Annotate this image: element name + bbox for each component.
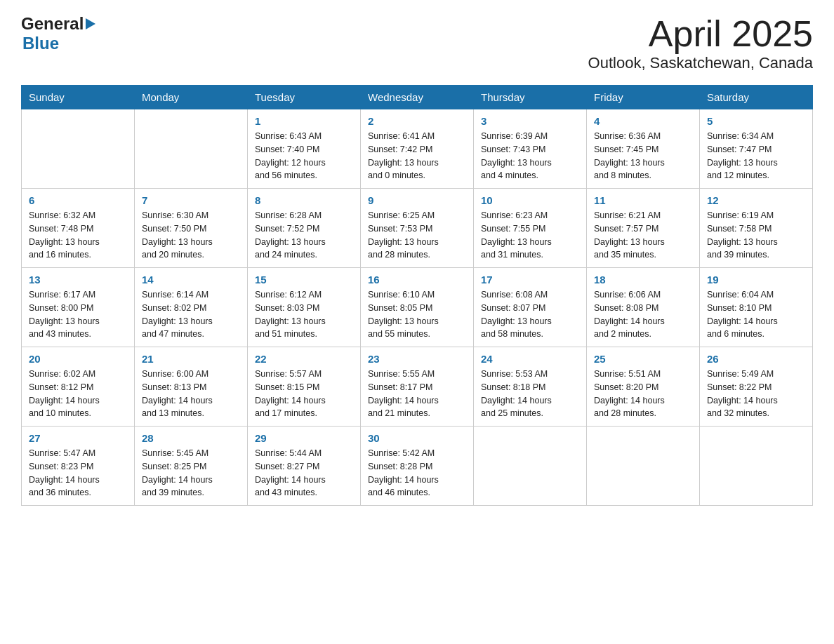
table-row: 8Sunrise: 6:28 AM Sunset: 7:52 PM Daylig… xyxy=(248,189,361,268)
day-number: 23 xyxy=(368,353,466,365)
day-info: Sunrise: 6:41 AM Sunset: 7:42 PM Dayligh… xyxy=(368,130,466,182)
logo-blue-text: Blue xyxy=(22,34,59,53)
day-number: 25 xyxy=(594,353,692,365)
table-row: 21Sunrise: 6:00 AM Sunset: 8:13 PM Dayli… xyxy=(135,347,248,427)
table-row: 30Sunrise: 5:42 AM Sunset: 8:28 PM Dayli… xyxy=(361,427,474,506)
table-row: 25Sunrise: 5:51 AM Sunset: 8:20 PM Dayli… xyxy=(587,347,700,427)
calendar-header-row: Sunday Monday Tuesday Wednesday Thursday… xyxy=(22,86,813,109)
col-friday: Friday xyxy=(587,86,700,109)
table-row xyxy=(700,427,813,506)
day-number: 1 xyxy=(255,115,353,127)
table-row: 2Sunrise: 6:41 AM Sunset: 7:42 PM Daylig… xyxy=(361,109,474,189)
day-number: 8 xyxy=(255,194,353,206)
day-info: Sunrise: 6:36 AM Sunset: 7:45 PM Dayligh… xyxy=(594,130,692,182)
day-info: Sunrise: 6:06 AM Sunset: 8:08 PM Dayligh… xyxy=(594,288,692,341)
day-number: 13 xyxy=(29,274,127,286)
day-number: 3 xyxy=(481,115,579,127)
day-info: Sunrise: 6:21 AM Sunset: 7:57 PM Dayligh… xyxy=(594,209,692,262)
table-row: 6Sunrise: 6:32 AM Sunset: 7:48 PM Daylig… xyxy=(22,189,135,268)
day-number: 18 xyxy=(594,274,692,286)
day-number: 5 xyxy=(707,115,805,127)
day-number: 29 xyxy=(255,432,353,444)
day-info: Sunrise: 6:39 AM Sunset: 7:43 PM Dayligh… xyxy=(481,130,579,182)
day-info: Sunrise: 5:45 AM Sunset: 8:25 PM Dayligh… xyxy=(142,447,240,499)
day-info: Sunrise: 6:02 AM Sunset: 8:12 PM Dayligh… xyxy=(29,368,127,420)
table-row: 3Sunrise: 6:39 AM Sunset: 7:43 PM Daylig… xyxy=(474,109,587,189)
day-info: Sunrise: 6:19 AM Sunset: 7:58 PM Dayligh… xyxy=(707,209,805,262)
day-number: 9 xyxy=(368,194,466,206)
table-row: 1Sunrise: 6:43 AM Sunset: 7:40 PM Daylig… xyxy=(248,109,361,189)
table-row: 19Sunrise: 6:04 AM Sunset: 8:10 PM Dayli… xyxy=(700,268,813,347)
logo: General Blue xyxy=(21,14,95,53)
logo-arrow-icon xyxy=(86,18,95,29)
day-info: Sunrise: 5:49 AM Sunset: 8:22 PM Dayligh… xyxy=(707,368,805,420)
col-monday: Monday xyxy=(135,86,248,109)
day-info: Sunrise: 6:28 AM Sunset: 7:52 PM Dayligh… xyxy=(255,209,353,262)
col-wednesday: Wednesday xyxy=(361,86,474,109)
table-row: 15Sunrise: 6:12 AM Sunset: 8:03 PM Dayli… xyxy=(248,268,361,347)
day-info: Sunrise: 6:43 AM Sunset: 7:40 PM Dayligh… xyxy=(255,130,353,182)
day-info: Sunrise: 5:42 AM Sunset: 8:28 PM Dayligh… xyxy=(368,447,466,499)
page-title: April 2025 xyxy=(588,14,813,54)
table-row: 4Sunrise: 6:36 AM Sunset: 7:45 PM Daylig… xyxy=(587,109,700,189)
table-row: 22Sunrise: 5:57 AM Sunset: 8:15 PM Dayli… xyxy=(248,347,361,427)
table-row xyxy=(587,427,700,506)
table-row: 5Sunrise: 6:34 AM Sunset: 7:47 PM Daylig… xyxy=(700,109,813,189)
table-row: 14Sunrise: 6:14 AM Sunset: 8:02 PM Dayli… xyxy=(135,268,248,347)
day-number: 2 xyxy=(368,115,466,127)
col-tuesday: Tuesday xyxy=(248,86,361,109)
page-header: General Blue April 2025 Outlook, Saskatc… xyxy=(21,14,813,72)
table-row: 26Sunrise: 5:49 AM Sunset: 8:22 PM Dayli… xyxy=(700,347,813,427)
day-number: 26 xyxy=(707,353,805,365)
day-number: 30 xyxy=(368,432,466,444)
day-info: Sunrise: 6:23 AM Sunset: 7:55 PM Dayligh… xyxy=(481,209,579,262)
day-number: 12 xyxy=(707,194,805,206)
table-row: 12Sunrise: 6:19 AM Sunset: 7:58 PM Dayli… xyxy=(700,189,813,268)
day-info: Sunrise: 6:34 AM Sunset: 7:47 PM Dayligh… xyxy=(707,130,805,182)
logo-general-text: General xyxy=(21,14,84,34)
table-row: 29Sunrise: 5:44 AM Sunset: 8:27 PM Dayli… xyxy=(248,427,361,506)
day-number: 19 xyxy=(707,274,805,286)
page-subtitle: Outlook, Saskatchewan, Canada xyxy=(588,54,813,72)
day-info: Sunrise: 5:53 AM Sunset: 8:18 PM Dayligh… xyxy=(481,368,579,420)
calendar-week-row: 6Sunrise: 6:32 AM Sunset: 7:48 PM Daylig… xyxy=(22,189,813,268)
table-row: 17Sunrise: 6:08 AM Sunset: 8:07 PM Dayli… xyxy=(474,268,587,347)
table-row xyxy=(135,109,248,189)
table-row: 10Sunrise: 6:23 AM Sunset: 7:55 PM Dayli… xyxy=(474,189,587,268)
table-row: 20Sunrise: 6:02 AM Sunset: 8:12 PM Dayli… xyxy=(22,347,135,427)
day-number: 14 xyxy=(142,274,240,286)
day-number: 7 xyxy=(142,194,240,206)
day-number: 24 xyxy=(481,353,579,365)
table-row: 24Sunrise: 5:53 AM Sunset: 8:18 PM Dayli… xyxy=(474,347,587,427)
day-number: 20 xyxy=(29,353,127,365)
calendar-week-row: 27Sunrise: 5:47 AM Sunset: 8:23 PM Dayli… xyxy=(22,427,813,506)
day-number: 28 xyxy=(142,432,240,444)
title-block: April 2025 Outlook, Saskatchewan, Canada xyxy=(588,14,813,72)
day-number: 16 xyxy=(368,274,466,286)
day-info: Sunrise: 6:00 AM Sunset: 8:13 PM Dayligh… xyxy=(142,368,240,420)
day-info: Sunrise: 6:04 AM Sunset: 8:10 PM Dayligh… xyxy=(707,288,805,341)
day-number: 22 xyxy=(255,353,353,365)
day-number: 10 xyxy=(481,194,579,206)
day-info: Sunrise: 6:32 AM Sunset: 7:48 PM Dayligh… xyxy=(29,209,127,262)
day-info: Sunrise: 6:17 AM Sunset: 8:00 PM Dayligh… xyxy=(29,288,127,341)
day-info: Sunrise: 6:30 AM Sunset: 7:50 PM Dayligh… xyxy=(142,209,240,262)
day-info: Sunrise: 6:14 AM Sunset: 8:02 PM Dayligh… xyxy=(142,288,240,341)
day-info: Sunrise: 5:44 AM Sunset: 8:27 PM Dayligh… xyxy=(255,447,353,499)
day-info: Sunrise: 6:12 AM Sunset: 8:03 PM Dayligh… xyxy=(255,288,353,341)
day-info: Sunrise: 6:08 AM Sunset: 8:07 PM Dayligh… xyxy=(481,288,579,341)
calendar-week-row: 20Sunrise: 6:02 AM Sunset: 8:12 PM Dayli… xyxy=(22,347,813,427)
table-row: 16Sunrise: 6:10 AM Sunset: 8:05 PM Dayli… xyxy=(361,268,474,347)
day-info: Sunrise: 5:47 AM Sunset: 8:23 PM Dayligh… xyxy=(29,447,127,499)
calendar-week-row: 1Sunrise: 6:43 AM Sunset: 7:40 PM Daylig… xyxy=(22,109,813,189)
day-info: Sunrise: 6:10 AM Sunset: 8:05 PM Dayligh… xyxy=(368,288,466,341)
calendar-table: Sunday Monday Tuesday Wednesday Thursday… xyxy=(21,85,813,506)
day-number: 17 xyxy=(481,274,579,286)
table-row xyxy=(22,109,135,189)
table-row: 11Sunrise: 6:21 AM Sunset: 7:57 PM Dayli… xyxy=(587,189,700,268)
col-saturday: Saturday xyxy=(700,86,813,109)
day-number: 21 xyxy=(142,353,240,365)
table-row: 27Sunrise: 5:47 AM Sunset: 8:23 PM Dayli… xyxy=(22,427,135,506)
day-info: Sunrise: 5:55 AM Sunset: 8:17 PM Dayligh… xyxy=(368,368,466,420)
table-row xyxy=(474,427,587,506)
